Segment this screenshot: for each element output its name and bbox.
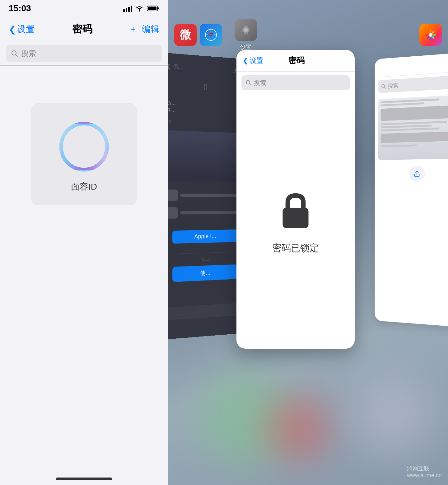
app-icon-weibo[interactable]: 微 [174, 24, 197, 46]
search-bar[interactable]: 搜索 [6, 45, 162, 62]
nav-bar: ❮ 设置 密码 + 编辑 [0, 17, 168, 42]
svg-point-22 [430, 37, 432, 40]
svg-point-20 [433, 34, 436, 36]
search-bar-container: 搜索 [0, 42, 168, 65]
signal-icon [123, 5, 132, 12]
nav-actions: + 编辑 [131, 23, 159, 35]
svg-point-4 [139, 10, 140, 12]
list-text [180, 211, 243, 214]
share-button-row [378, 165, 448, 182]
svg-point-19 [432, 31, 435, 34]
share-button[interactable] [409, 166, 425, 182]
apple-id-button[interactable]: Apple I... [172, 229, 237, 244]
wifi-icon [135, 5, 144, 12]
right-panel: 微 [168, 0, 448, 485]
battery-icon [147, 5, 159, 12]
card-nav-title: 密码 [288, 55, 305, 66]
card-left-text-1: 仿...并... [168, 99, 243, 117]
photos-logo [424, 28, 437, 42]
watermark-line2: www.aume.cn [407, 472, 442, 479]
card-image-1 [168, 130, 243, 182]
apple-id-row: Apple I... [168, 229, 243, 244]
svg-rect-28 [282, 208, 308, 228]
face-id-card[interactable]: 面容ID [31, 103, 137, 205]
status-time: 15:03 [9, 3, 31, 13]
watermark: 鸿网互联 www.aume.cn [407, 465, 442, 479]
card-bottom: 使... 使... [168, 252, 243, 286]
card-center-nav: ❮ 设置 密码 [236, 50, 355, 72]
svg-point-18 [430, 30, 432, 33]
card-search-bar[interactable]: 搜索 [241, 75, 350, 90]
svg-rect-0 [123, 9, 125, 12]
keyboard-row [168, 303, 243, 320]
svg-rect-7 [148, 7, 156, 10]
status-icons [123, 5, 159, 12]
safari-logo [205, 29, 217, 41]
svg-line-27 [249, 83, 251, 85]
app-icon-photos[interactable] [419, 24, 442, 46]
add-button[interactable]: + [131, 24, 136, 34]
card-left-topbar: ❮ 我... 大小 [168, 59, 243, 78]
thumb-inner [378, 95, 448, 160]
card-list [168, 187, 243, 220]
face-id-label: 面容ID [71, 181, 97, 193]
card-nav-back-button[interactable]: ❮ 设置 [243, 56, 263, 65]
list-icon [168, 189, 178, 201]
card-use-label: 使... [168, 256, 243, 264]
svg-marker-15 [208, 31, 214, 37]
left-panel: 15:03 ❮ [0, 0, 168, 485]
list-item [168, 205, 243, 220]
locked-text: 密码已锁定 [272, 242, 319, 255]
card-right-thumbnail [378, 95, 448, 160]
chevron-left-icon: ❮ [9, 24, 16, 35]
card-back-icon: ❮ [168, 63, 171, 70]
svg-rect-1 [126, 8, 127, 12]
apple-logo:  [204, 82, 207, 92]
app-icon-settings[interactable] [235, 19, 257, 41]
svg-line-9 [16, 54, 17, 56]
list-icon [168, 207, 178, 219]
app-icon-group-photos [419, 24, 442, 46]
svg-point-21 [432, 36, 435, 39]
card-right-search-bar[interactable]: 搜索 [378, 75, 448, 93]
svg-point-17 [429, 33, 432, 37]
share-icon [413, 170, 420, 177]
search-placeholder: 搜索 [21, 49, 36, 59]
search-icon [11, 50, 18, 57]
card-stack: ❮ 我... 大小  仿...并... #M... [168, 50, 448, 423]
card-main-content: 密码已锁定 [236, 94, 355, 349]
app-icons-row: 微 [174, 19, 442, 51]
card-right-nav: ❮ [375, 53, 448, 78]
card-left-hashtag: #M... [168, 119, 243, 127]
lock-icon-container [277, 192, 314, 229]
card-left[interactable]: ❮ 我... 大小  仿...并... #M... [168, 53, 247, 340]
back-label: 设置 [17, 23, 35, 35]
svg-rect-3 [131, 6, 132, 12]
list-text [180, 194, 243, 197]
card-right[interactable]: ❮ 搜索 [375, 53, 448, 327]
svg-rect-6 [157, 7, 159, 9]
lock-icon [278, 192, 313, 229]
main-content: 面容ID [0, 66, 168, 485]
app-switcher: 微 [168, 0, 448, 485]
search-icon-right [381, 84, 386, 89]
watermark-line1: 鸿网互联 [407, 465, 442, 472]
card-use-button[interactable]: 使... [172, 264, 237, 282]
card-back-label: 我... [174, 63, 183, 70]
app-icon-group-1: 微 [174, 24, 222, 46]
face-id-animation [59, 122, 109, 172]
back-button[interactable]: ❮ 设置 [9, 23, 35, 35]
card-center[interactable]: ❮ 设置 密码 搜索 [236, 50, 355, 349]
app-icon-group-settings: 设置 [235, 19, 257, 51]
search-icon-card [246, 80, 251, 86]
list-item [168, 187, 243, 203]
card-right-content [375, 92, 448, 185]
svg-point-24 [425, 34, 428, 36]
settings-logo [239, 23, 252, 36]
app-icon-safari[interactable] [200, 24, 222, 46]
chevron-icon: ❮ [243, 57, 248, 65]
card-right-search-placeholder: 搜索 [388, 82, 399, 90]
home-indicator [56, 478, 112, 480]
svg-point-23 [426, 36, 430, 39]
edit-button[interactable]: 编辑 [142, 23, 159, 35]
